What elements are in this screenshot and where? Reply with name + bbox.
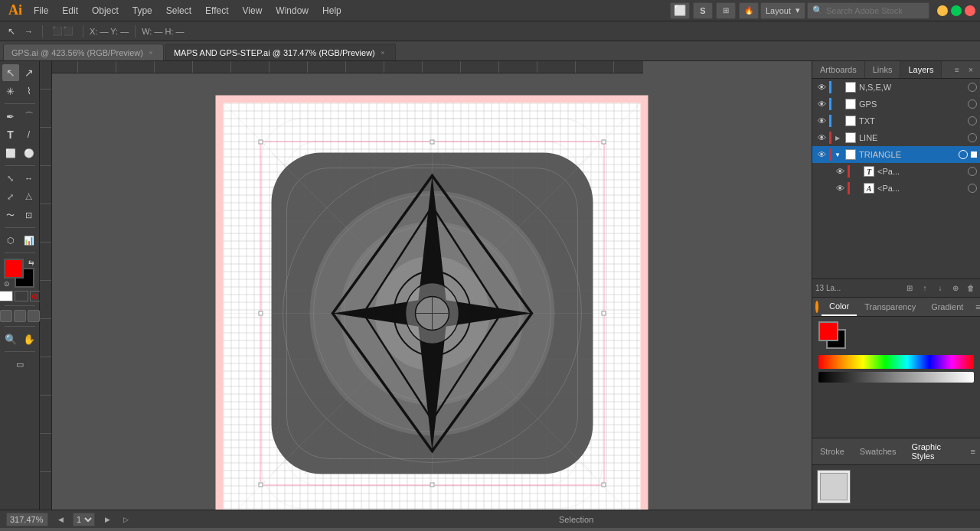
gstyles-panel-menu-icon[interactable]: ≡ [966,447,980,456]
shape-builder[interactable]: ⬡ [2,232,19,249]
color-lightness-bar[interactable] [818,372,974,383]
lasso-tool[interactable]: ⌇ [21,83,38,99]
layer-eye-gps[interactable]: 👁 [815,98,828,110]
layer-target-nsew[interactable] [968,83,977,92]
rect-tool[interactable]: ⬜ [2,145,19,161]
zoom-input[interactable] [6,513,48,526]
menu-type[interactable]: Type [126,3,158,18]
next-artboard-btn[interactable]: ▶ [101,513,113,526]
panel-menu-icon[interactable]: ≡ [951,64,963,76]
zoom-tool[interactable]: 🔍 [2,331,19,347]
line-tool[interactable]: / [21,126,38,143]
layer-eye-triangle[interactable]: 👁 [815,148,828,161]
toolbar-btn-1[interactable]: ⬜ [670,2,690,19]
file-tab-1-close[interactable]: × [146,48,155,57]
swap-colors-icon[interactable]: ⇆ [28,259,34,266]
make-sublayer-icon[interactable]: ⊞ [903,282,916,295]
layer-target-path1[interactable] [968,167,977,176]
pen-tool[interactable]: ✒ [2,108,19,125]
links-tab[interactable]: Links [865,61,901,78]
canvas-area[interactable] [40,61,812,510]
search-input[interactable] [826,6,924,15]
layer-target-gps[interactable] [968,99,977,109]
reflect-tool[interactable]: ↔ [21,170,38,187]
stroke-tab[interactable]: Stroke [812,443,852,460]
layer-item-path1[interactable]: 👁 T <Pa... [812,163,980,180]
layer-target-path2[interactable] [968,184,977,193]
menu-edit[interactable]: Edit [56,3,84,18]
normal-mode[interactable] [0,310,12,322]
chart-tool[interactable]: 📊 [21,232,38,249]
screen-mode[interactable] [28,310,40,322]
fill-mode-btn[interactable] [0,291,13,301]
layer-item-nsew[interactable]: 👁 N,S,E,W [812,79,980,96]
warp-tool[interactable]: 〜 [2,207,19,223]
artboards-tab[interactable]: Artboards [812,61,865,78]
type-tool[interactable]: T [2,126,19,143]
layer-eye-path2[interactable]: 👁 [834,182,846,194]
artboard-select[interactable]: 1 [73,513,95,526]
toolbar-btn-flame[interactable]: 🔥 [739,2,759,19]
layer-item-txt[interactable]: 👁 TXT [812,112,980,129]
layer-expand-triangle[interactable]: ▼ [833,150,842,159]
layer-target-txt[interactable] [968,116,977,125]
menu-select[interactable]: Select [160,3,198,18]
selection-tool[interactable]: ↖ [2,64,19,81]
graphic-style-default[interactable] [817,470,851,503]
menu-file[interactable]: File [28,3,54,18]
layer-target-line[interactable] [968,133,977,142]
layer-target-triangle[interactable] [959,150,968,159]
color-fg-swatch[interactable] [818,321,838,341]
gradient-tab[interactable]: Gradient [923,298,971,315]
artboard[interactable] [224,103,641,510]
panel-collapse-icon[interactable]: × [965,64,977,76]
color-panel-menu-icon[interactable]: ≡ [971,302,980,311]
layer-item-line[interactable]: 👁 ▶ LINE [812,129,980,146]
layer-move-down-icon[interactable]: ↓ [934,282,946,295]
delete-layer-icon[interactable]: 🗑 [965,282,977,295]
free-transform[interactable]: ⊡ [21,207,38,223]
prev-artboard-btn[interactable]: ◀ [54,513,67,526]
stock-search[interactable]: 🔍 [807,2,929,19]
swatches-tab[interactable]: Swatches [852,443,904,460]
magic-wand-tool[interactable]: ✳ [2,83,19,99]
menu-help[interactable]: Help [316,3,348,18]
layer-item-path2[interactable]: 👁 A <Pa... [812,180,980,197]
color-tab[interactable]: Color [822,298,857,316]
file-tab-2[interactable]: MAPS AND GPS-STEP.ai @ 317.47% (RGB/Prev… [165,44,396,60]
curvature-tool[interactable]: ⌒ [21,108,38,125]
minimize-button[interactable]: − [937,5,948,16]
tb2-align[interactable]: ⬛⬛ [49,24,77,37]
file-tab-1[interactable]: GPS.ai @ 423.56% (RGB/Preview) × [3,44,164,60]
no-paint-btn[interactable]: ⊘ [30,291,41,301]
layer-item-gps[interactable]: 👁 GPS [812,96,980,112]
transform-tool[interactable]: ⤡ [2,170,19,187]
stroke-mode-btn[interactable] [15,291,28,301]
file-tab-2-close[interactable]: × [378,48,387,57]
layer-eye-txt[interactable]: 👁 [815,115,828,127]
artboard-tool[interactable]: ▭ [11,356,28,373]
layer-expand-line[interactable]: ▶ [833,133,842,142]
direct-selection-tool[interactable]: ↗ [21,64,38,81]
foreground-color[interactable] [4,259,24,279]
layout-selector[interactable]: Layout ▾ [760,2,805,19]
canvas-scroll-area[interactable] [52,73,812,510]
layer-move-up-icon[interactable]: ↑ [919,282,931,295]
toolbar-btn-2[interactable]: S [693,2,713,19]
layer-eye-nsew[interactable]: 👁 [815,81,828,93]
default-colors-icon[interactable]: ⊙ [4,280,10,288]
toolbar-btn-grid[interactable]: ⊞ [716,2,736,19]
hand-tool[interactable]: ✋ [21,331,38,347]
tb2-arrow[interactable]: → [21,25,36,37]
ellipse-tool[interactable]: ⚪ [21,145,38,161]
menu-object[interactable]: Object [86,3,125,18]
menu-view[interactable]: View [237,3,269,18]
layer-eye-path1[interactable]: 👁 [834,165,846,178]
maximize-button[interactable]: + [951,5,962,16]
play-btn[interactable]: ▷ [119,513,132,526]
transparency-tab[interactable]: Transparency [857,298,923,315]
layer-eye-line[interactable]: 👁 [815,132,828,144]
shear-tool[interactable]: ⧊ [21,188,38,205]
layers-tab[interactable]: Layers [900,61,942,78]
layer-item-triangle[interactable]: 👁 ▼ TRIANGLE [812,146,980,163]
